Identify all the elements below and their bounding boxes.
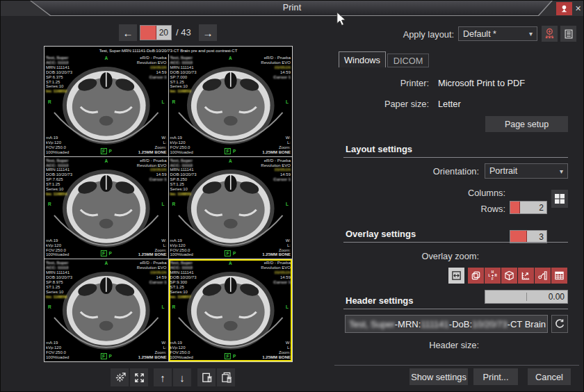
grid-layout-button[interactable] xyxy=(551,190,568,208)
titlebar: Print ✕ xyxy=(1,1,583,16)
next-page-button[interactable]: → xyxy=(199,24,217,41)
tab-dicom[interactable]: DICOM xyxy=(387,54,429,67)
cube-icon xyxy=(504,270,514,281)
series-number: Series:10 xyxy=(170,290,197,295)
move-page-up-button[interactable]: ↑ xyxy=(154,368,172,386)
cancel-label: Cancel xyxy=(535,372,563,382)
marker-f-box: F xyxy=(225,148,231,154)
marker-anterior: A xyxy=(104,56,108,60)
study-date: 03/05/26 xyxy=(137,65,167,70)
accession-number: ACC: 11113 xyxy=(170,60,197,65)
patient-name: Test, Super xyxy=(46,158,72,163)
reset-header-button[interactable] xyxy=(551,315,568,333)
add-layout-icon xyxy=(544,28,555,40)
svg-text:H: H xyxy=(492,270,494,274)
kvp-value: kVp:120 xyxy=(46,243,69,248)
delete-all-pages-icon xyxy=(220,372,232,384)
preview-cell[interactable]: Test, Super ACC: 11113 MRN:111141 DOB:10… xyxy=(44,259,168,361)
site-name: eR/D - Prueba xyxy=(137,56,167,60)
preview-cell[interactable]: Test, Super ACC: 11113 MRN:111141 DOB:10… xyxy=(44,54,168,156)
level-label: L: xyxy=(138,243,167,248)
slice-thickness: ST:1.25 xyxy=(170,80,197,85)
marker-posterior: P xyxy=(109,354,112,359)
marker-right: R xyxy=(48,304,51,309)
pin-window-button[interactable] xyxy=(556,2,572,15)
grid-2x2-icon xyxy=(554,193,565,204)
delete-page-button[interactable] xyxy=(197,368,216,386)
arrow-down-icon: ↓ xyxy=(179,372,185,384)
preview-cell[interactable]: Test, Super ACC: 11113 MRN:111141 DOB:10… xyxy=(169,54,293,156)
loaded-value: 100%loaded xyxy=(170,252,193,257)
ma-value: mA:19 xyxy=(170,238,193,243)
marker-left: L xyxy=(162,99,165,104)
close-button[interactable]: ✕ xyxy=(573,2,583,15)
previous-page-button[interactable]: ← xyxy=(119,24,137,41)
calibration-button[interactable] xyxy=(535,268,551,284)
mrn: MRN:111141 xyxy=(46,168,72,172)
image-number: Im: 116856 xyxy=(46,295,72,300)
apply-layout-dropdown[interactable]: Default * ▾ xyxy=(458,26,537,41)
loaded-value: 100%loaded xyxy=(170,355,193,360)
window-level-button[interactable] xyxy=(111,368,129,386)
ruler-button[interactable] xyxy=(518,268,534,284)
slice-thickness: ST:1.25 xyxy=(46,182,72,187)
columns-label: Columns: xyxy=(418,188,505,198)
marker-posterior-group: F P xyxy=(101,148,112,154)
preview-cell[interactable]: Test, Super ACC: 11113 MRN:111141 DOB:10… xyxy=(44,157,168,259)
image-number: Im: 116854 xyxy=(46,192,72,197)
preview-cell[interactable]: Test, Super ACC: 11113 MRN:111141 DOB:10… xyxy=(169,259,293,361)
marker-posterior: P xyxy=(109,251,112,256)
marker-posterior-group: F P xyxy=(101,353,112,359)
print-label: Print... xyxy=(483,372,509,382)
preset-label: 1.25MM BONE xyxy=(262,355,291,360)
overlay-zoom-slider[interactable]: 0.00 xyxy=(485,290,568,304)
preview-cell[interactable]: Test, Super ACC: 11113 MRN:111141 DOB:10… xyxy=(169,157,293,259)
delete-all-pages-button[interactable] xyxy=(217,368,235,386)
window-label: W: xyxy=(138,136,167,140)
page-setup-button[interactable]: Page setup xyxy=(485,116,568,132)
pin-icon xyxy=(560,4,569,14)
header-settings-rule xyxy=(343,309,568,309)
save-layout-button[interactable] xyxy=(542,26,558,42)
move-page-down-button[interactable]: ↓ xyxy=(173,368,191,386)
print-preview-page[interactable]: Test, Super-MRN:111141-DoB:10/20/73-CT B… xyxy=(44,46,293,362)
overlay-top-right: eR/D - Prueba Revolution EVO 03/05/26 14… xyxy=(261,158,291,183)
marker-posterior: P xyxy=(233,354,236,359)
copy-overlay-button[interactable] xyxy=(468,268,484,284)
study-time: 14:59 xyxy=(137,172,167,177)
page-number-slider[interactable]: 20 xyxy=(140,25,172,40)
orientation-dropdown[interactable]: Portrait ▾ xyxy=(485,163,568,179)
overlay-visibility-button[interactable] xyxy=(448,268,464,284)
image-number: Im: 116853 xyxy=(170,89,197,94)
overlay-top-right: eR/D - Prueba Revolution EVO 03/05/26 14… xyxy=(137,56,167,80)
paper-size-label: Paper size: xyxy=(346,99,429,109)
print-button[interactable]: Print... xyxy=(473,368,518,385)
fit-to-window-button[interactable] xyxy=(130,368,148,386)
arrow-right-icon: → xyxy=(203,27,213,39)
window-level-icon xyxy=(114,372,126,384)
orientation-markers-button[interactable]: H L R F xyxy=(485,268,501,284)
columns-slider[interactable]: 2 xyxy=(510,201,547,214)
patient-name: Test, Super xyxy=(170,158,197,163)
tab-dicom-label: DICOM xyxy=(394,56,423,66)
marker-anterior: A xyxy=(229,158,232,163)
tab-windows[interactable]: Windows xyxy=(339,51,386,67)
show-settings-button[interactable]: Show settings xyxy=(409,368,468,385)
layout-list-button[interactable] xyxy=(560,26,576,42)
grid-header-button[interactable] xyxy=(551,268,567,284)
overlay-bottom-left: mA:19 kVp:120 FOV:250.0 100%loaded xyxy=(46,136,69,155)
cursor-label: Cursor 1 xyxy=(261,177,291,182)
orientation-cube-button[interactable] xyxy=(501,268,517,284)
cancel-button[interactable]: Cancel xyxy=(528,368,571,385)
marker-posterior-group: F P xyxy=(225,148,236,154)
dob: DOB:10/20/73 xyxy=(170,275,197,280)
window-label: W: xyxy=(262,238,291,243)
header-text-input[interactable]: Test, Super-MRN:111141-DoB:10/20/73-CT B… xyxy=(345,315,548,333)
printer-value: Microsoft Print to PDF xyxy=(438,78,525,88)
study-date: 03/05/26 xyxy=(261,65,291,70)
marker-left: L xyxy=(286,202,289,206)
ma-value: mA:19 xyxy=(170,341,193,345)
series-number: Series:10 xyxy=(170,187,197,192)
patient-name: Test, Super xyxy=(46,56,72,60)
preset-label: 1.25MM BONE xyxy=(138,355,167,360)
